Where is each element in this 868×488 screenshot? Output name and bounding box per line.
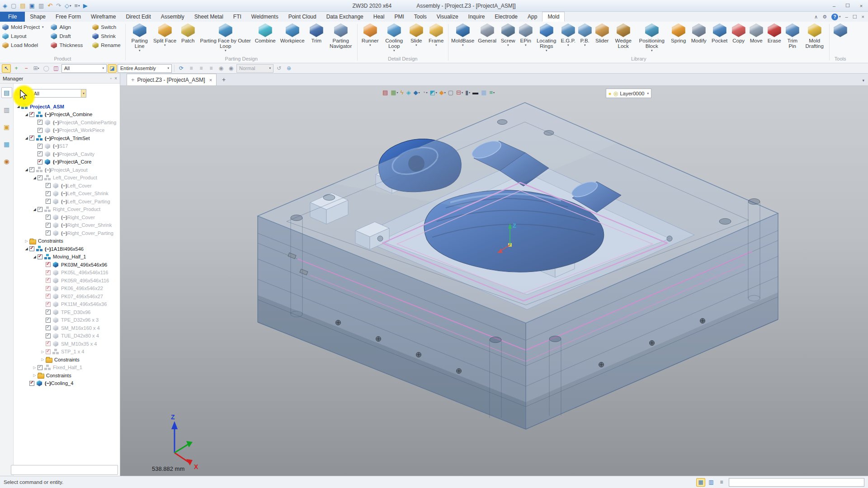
- ribbon-button[interactable]: Mold Drafting: [802, 23, 828, 52]
- visibility-checkbox[interactable]: [46, 183, 51, 188]
- tools-button[interactable]: [831, 23, 850, 38]
- customize-toolbar-icon[interactable]: ≡▾: [75, 3, 80, 9]
- tree-item[interactable]: (−) Left_Cover: [14, 182, 119, 190]
- tree-item[interactable]: (−) 1A1BI496x546: [14, 245, 119, 253]
- doc-close-icon[interactable]: ×: [862, 14, 864, 19]
- tree-item[interactable]: SM_M16x160 x 4: [14, 324, 119, 332]
- visibility-checkbox[interactable]: [46, 318, 51, 323]
- view-cube-icon[interactable]: ◆▾: [413, 89, 421, 96]
- expand-arrow-icon[interactable]: [32, 176, 38, 180]
- pick-filter-icon[interactable]: ⊞▾: [32, 64, 41, 73]
- tree-item[interactable]: SM_M10x35 x 4: [14, 340, 119, 348]
- tree-item[interactable]: Constraints: [14, 356, 119, 364]
- background-icon[interactable]: ▮▾: [464, 89, 471, 96]
- tree-item[interactable]: Moving_Half_1: [14, 253, 119, 261]
- info-icon[interactable]: ◉: [226, 64, 236, 73]
- undo-view-icon[interactable]: ↺: [274, 64, 283, 73]
- ribbon-button[interactable]: Shrink: [91, 33, 123, 39]
- ribbon-button[interactable]: MoldBase ▾: [450, 23, 476, 47]
- tree-item[interactable]: (−) Right_Cover_Shrink: [14, 221, 119, 230]
- regen-model-icon[interactable]: ϟ: [400, 89, 405, 96]
- launch-icon[interactable]: ▶: [83, 3, 88, 9]
- doc-restore-icon[interactable]: ☐: [853, 14, 857, 20]
- ribbon-button[interactable]: Layout: [1, 33, 44, 39]
- visibility-checkbox[interactable]: [38, 207, 42, 212]
- redo-icon[interactable]: ↷: [56, 3, 61, 9]
- visibility-checkbox[interactable]: [29, 381, 34, 386]
- target-icon[interactable]: ⊕: [284, 64, 293, 73]
- ribbon-button[interactable]: General: [476, 23, 499, 47]
- collapse-ribbon-icon[interactable]: ∧: [814, 14, 818, 20]
- visibility-checkbox[interactable]: [46, 270, 51, 275]
- visibility-checkbox[interactable]: [46, 278, 51, 283]
- visibility-checkbox[interactable]: [46, 230, 51, 235]
- tree-filter-select[interactable]: All ▾: [31, 89, 86, 98]
- view-manager-tab-icon[interactable]: ▦: [1, 139, 12, 150]
- ribbon-button[interactable]: Erase: [765, 23, 783, 47]
- tree-item[interactable]: (−) ProjectA_Combine: [14, 111, 119, 119]
- tree-item[interactable]: (−) Left_Cover_Parting: [14, 197, 119, 206]
- library-manager-tab-icon[interactable]: ▣: [1, 122, 12, 132]
- ribbon-button[interactable]: EPin ▾: [518, 23, 534, 47]
- ribbon-tab[interactable]: Weldments: [246, 12, 283, 22]
- ribbon-button[interactable]: Combine: [253, 23, 278, 47]
- float-panel-icon[interactable]: ▫: [110, 76, 112, 81]
- tree-item[interactable]: (−) Left_Cover_Shrink: [14, 190, 119, 198]
- select-arrow-icon[interactable]: ↖: [2, 64, 11, 73]
- tree-item[interactable]: TUE_D42x80 x 4: [14, 332, 119, 340]
- visibility-checkbox[interactable]: [29, 112, 34, 117]
- history-manager-tab-icon[interactable]: ▥: [1, 104, 12, 115]
- expand-arrow-icon[interactable]: [40, 350, 46, 354]
- pin-icon[interactable]: ◉: [217, 64, 226, 73]
- tree-item[interactable]: (−) Right_Cover_Parting: [14, 229, 119, 237]
- visibility-checkbox[interactable]: [46, 302, 51, 307]
- ribbon-button[interactable]: Parting Navigator: [326, 23, 356, 52]
- layer-selector[interactable]: ● ◎ Layer0000 ▾: [606, 89, 651, 98]
- tree-item[interactable]: (−) Right_Cover: [14, 213, 119, 221]
- new-file-icon[interactable]: ▢: [11, 3, 17, 9]
- ribbon-button[interactable]: Mold Project ▾: [1, 24, 44, 30]
- tree-item[interactable]: (−) ProjectA_WorkPiece: [14, 127, 119, 135]
- ribbon-button[interactable]: Wedge Lock: [612, 23, 635, 52]
- visibility-checkbox[interactable]: [46, 310, 51, 314]
- tab-close-icon[interactable]: ×: [209, 77, 212, 83]
- visibility-checkbox[interactable]: [38, 175, 42, 180]
- expand-arrow-icon[interactable]: [32, 207, 38, 211]
- shade-mode-icon[interactable]: ◈: [406, 89, 412, 96]
- ribbon-button[interactable]: Thickness: [50, 42, 86, 48]
- ribbon-button[interactable]: P.B. ▾: [577, 23, 593, 47]
- tree-item[interactable]: Left_Cover_Product: [14, 174, 119, 182]
- ribbon-button[interactable]: Load Model: [1, 42, 44, 48]
- visibility-checkbox[interactable]: [38, 160, 42, 164]
- ribbon-tab[interactable]: Point Cloud: [283, 12, 321, 22]
- assembly-manager-tab-icon[interactable]: ▤: [1, 87, 12, 98]
- save-icon[interactable]: ▣: [29, 3, 35, 9]
- tree-item[interactable]: Constraints: [14, 371, 119, 380]
- visibility-checkbox[interactable]: [46, 341, 51, 346]
- ribbon-button[interactable]: Cooling Loop ▾: [382, 23, 407, 52]
- render-style-icon[interactable]: ◩▾: [429, 89, 438, 96]
- tree-item[interactable]: (−) ProjectA_Cavity: [14, 150, 119, 158]
- tab-list-chevron-icon[interactable]: ▾: [862, 78, 864, 83]
- ribbon-button[interactable]: Spring: [669, 23, 689, 47]
- ribbon-button[interactable]: Patch: [178, 23, 198, 47]
- tree-item[interactable]: (−) ProjectA_CombineParting: [14, 118, 119, 127]
- ribbon-button[interactable]: Runner ▾: [359, 23, 382, 47]
- expand-arrow-icon[interactable]: [24, 247, 29, 251]
- ribbon-tab[interactable]: Visualize: [432, 12, 463, 22]
- visibility-checkbox[interactable]: [29, 136, 34, 141]
- view-standard-icon[interactable]: ◔▾: [421, 89, 429, 96]
- restore-button[interactable]: ☐: [841, 1, 854, 11]
- tree-item[interactable]: ProjectA_ASM: [14, 103, 119, 111]
- expand-arrow-icon[interactable]: [32, 255, 38, 259]
- display-monitor-icon[interactable]: ▥: [707, 478, 716, 487]
- zoom-window-icon[interactable]: ▢: [447, 89, 455, 96]
- ribbon-button[interactable]: Screw ▾: [499, 23, 518, 47]
- visibility-checkbox[interactable]: [29, 246, 34, 251]
- ribbon-tab[interactable]: Inquire: [463, 12, 490, 22]
- ribbon-tab[interactable]: Heal: [368, 12, 390, 22]
- tree-item[interactable]: (−) ProjectA_Layout: [14, 166, 119, 174]
- ribbon-button[interactable]: E.G.P. ▾: [559, 23, 577, 47]
- status-input[interactable]: [729, 478, 864, 487]
- color-filter-icon[interactable]: ◫: [52, 64, 61, 73]
